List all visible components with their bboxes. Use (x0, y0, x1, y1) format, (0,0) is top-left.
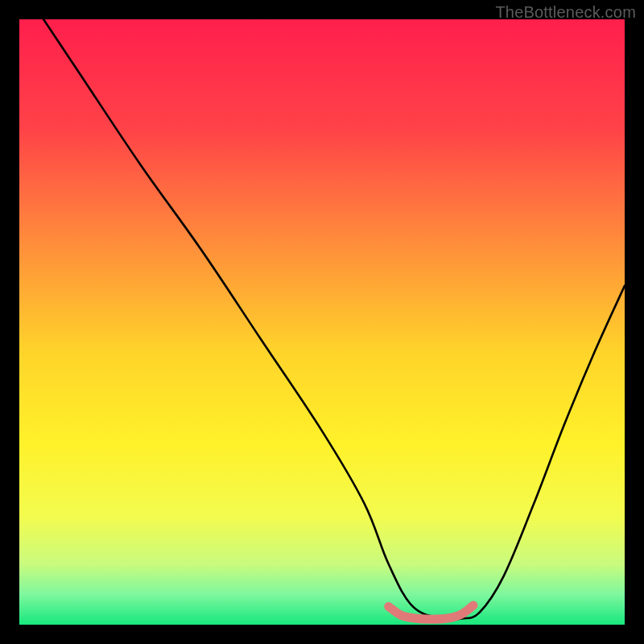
valley-marker (389, 605, 473, 619)
chart-svg (19, 19, 625, 625)
chart-frame: TheBottleneck.com (0, 0, 644, 644)
plot-area (19, 19, 625, 625)
bottleneck-curve (43, 19, 625, 620)
watermark-text: TheBottleneck.com (495, 3, 636, 22)
